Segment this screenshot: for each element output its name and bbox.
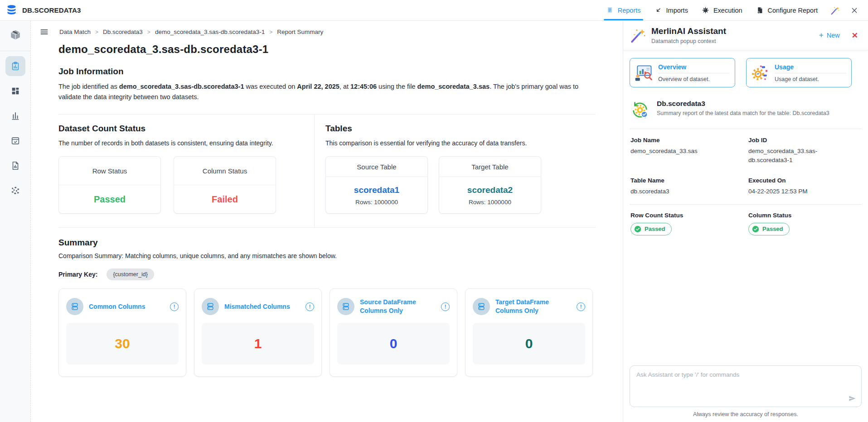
left-sidebar: [0, 21, 31, 422]
column-status-value: Failed: [174, 185, 276, 214]
nav-reports[interactable]: Reports: [599, 0, 648, 20]
new-chat-button[interactable]: + New: [819, 31, 840, 40]
nav-configure-report[interactable]: Configure Report: [749, 0, 824, 20]
breadcrumb: Data Match > Db.scoredata3 > demo_scored…: [59, 29, 323, 35]
context-title: Db.scoredata3: [657, 100, 829, 108]
source-table-name[interactable]: scoredata1: [354, 185, 399, 195]
top-bar: DB.SCOREDATA3 Reports Imports Execution …: [0, 0, 868, 21]
sidebar-item-reports[interactable]: [5, 56, 25, 76]
menu-toggle-button[interactable]: [39, 27, 49, 37]
sidebar-item-documents[interactable]: [5, 156, 25, 176]
dashboard-grid-icon: [10, 86, 20, 96]
nav-reports-label: Reports: [618, 7, 641, 14]
clipboard-report-icon: [10, 61, 20, 71]
summary-heading: Summary: [58, 238, 596, 248]
page-title: demo_scoredata_3.sas-db.scoredata3-1: [58, 43, 596, 56]
source-table-rows: Rows: 1000000: [355, 199, 398, 206]
target-table-name[interactable]: scoredata2: [467, 185, 513, 195]
assistant-header: MerlinAI Assistant Datamatch popup conte…: [623, 21, 868, 50]
source-columns-only-label: Source DataFrame Columns Only: [360, 298, 436, 315]
nav-imports[interactable]: Imports: [648, 0, 695, 20]
target-table-label: Target Table: [439, 157, 541, 177]
primary-key-label: Primary Key:: [58, 271, 97, 278]
job-information-text: The job identified as demo_scoredata_3.s…: [58, 82, 596, 102]
assistant-title: MerlinAI Assistant: [651, 26, 726, 36]
info-icon[interactable]: !: [577, 302, 585, 311]
assistant-close-button[interactable]: ✕: [852, 31, 858, 40]
sidebar-divider: [0, 51, 31, 51]
breadcrumb-data-match[interactable]: Data Match: [59, 29, 91, 35]
package-icon: [10, 29, 21, 41]
assistant-input[interactable]: [630, 366, 861, 407]
context-summary: Db.scoredata3 Summary report of the late…: [630, 100, 862, 120]
sidebar-item-integrations[interactable]: [5, 181, 25, 201]
window-close-button[interactable]: [845, 0, 868, 20]
breadcrumb-db[interactable]: Db.scoredata3: [103, 29, 143, 35]
hub-cluster-icon: [10, 186, 20, 196]
sidebar-item-package[interactable]: [5, 25, 25, 45]
field-job-name: Job Name demo_scoredata_33.sas: [630, 137, 743, 165]
breadcrumb-report-summary[interactable]: Report Summary: [277, 29, 323, 35]
sidebar-item-analytics[interactable]: [5, 106, 25, 126]
source-columns-only-card: Source DataFrame Columns Only ! 0: [330, 288, 457, 377]
field-job-id: Job ID demo_scoredata_33.sas-db.scoredat…: [748, 137, 861, 165]
tables-description: This comparison is essential for verifyi…: [325, 139, 596, 147]
usage-illustration-icon: [750, 63, 770, 83]
columns-badge-icon: [66, 298, 83, 315]
top-nav: Reports Imports Execution Configure Repo…: [599, 0, 868, 20]
document-chart-icon: [10, 161, 20, 171]
breadcrumb-separator: >: [269, 29, 272, 35]
plus-icon: +: [819, 31, 824, 40]
source-table-label: Source Table: [326, 157, 427, 177]
tables-section: Tables This comparison is essential for …: [315, 115, 596, 227]
nav-imports-label: Imports: [666, 7, 688, 14]
check-circle-icon: [634, 225, 641, 233]
database-logo-icon: [5, 4, 18, 16]
mismatched-columns-card: Mismatched Columns ! 1: [194, 288, 322, 377]
dataset-count-status-description: The number of records in both datasets i…: [58, 139, 314, 147]
info-icon[interactable]: !: [441, 302, 450, 311]
assistant-quick-actions: Overview Overview of dataset. Usage Usag…: [630, 58, 862, 87]
assistant-chat-box: [630, 365, 862, 407]
sidebar-item-dashboard[interactable]: [5, 81, 25, 101]
merlin-ai-panel: MerlinAI Assistant Datamatch popup conte…: [623, 21, 868, 422]
row-status-card: Row Status Passed: [58, 156, 161, 214]
dataset-count-status-heading: Dataset Count Status: [58, 124, 314, 134]
execution-icon: [702, 6, 709, 14]
target-columns-only-card: Target DataFrame Columns Only ! 0: [465, 288, 593, 377]
info-icon[interactable]: !: [305, 302, 314, 311]
divider: [775, 73, 846, 73]
reports-icon: [606, 6, 614, 14]
info-icon[interactable]: !: [170, 302, 179, 311]
overview-action-description: Overview of dataset.: [658, 76, 729, 82]
dataset-count-status-section: Dataset Count Status The number of recor…: [58, 115, 315, 227]
column-status-label: Column Status: [174, 157, 276, 185]
divider: [630, 129, 862, 129]
summary-cards: Common Columns ! 30 Mismatched Columns !…: [58, 288, 596, 377]
send-icon[interactable]: [848, 394, 857, 403]
overview-action-card[interactable]: Overview Overview of dataset.: [630, 58, 735, 87]
columns-badge-icon: [202, 298, 219, 315]
usage-action-card[interactable]: Usage Usage of dataset.: [746, 58, 852, 87]
breadcrumb-job[interactable]: demo_scoredata_3.sas-db.scoredata3-1: [155, 29, 265, 35]
nav-configure-report-label: Configure Report: [768, 7, 818, 14]
target-table-rows: Rows: 1000000: [469, 199, 511, 206]
target-columns-only-value: 0: [473, 323, 585, 364]
main-content: Data Match > Db.scoredata3 > demo_scored…: [31, 21, 623, 422]
columns-badge-icon: [473, 298, 490, 315]
columns-badge-icon: [337, 298, 354, 315]
new-chat-label: New: [827, 32, 840, 39]
target-table-card: Target Table scoredata2 Rows: 1000000: [439, 156, 541, 214]
divider: [658, 73, 729, 73]
column-status-badge: Passed: [748, 223, 790, 235]
magic-wand-button[interactable]: [824, 0, 845, 20]
field-table-name: Table Name db.scoredata3: [630, 177, 743, 196]
mismatched-columns-value: 1: [202, 323, 314, 364]
common-columns-card: Common Columns ! 30: [58, 288, 186, 377]
sidebar-item-validation[interactable]: [5, 131, 25, 151]
nav-execution[interactable]: Execution: [695, 0, 749, 20]
overview-action-title: Overview: [658, 63, 729, 71]
row-status-label: Row Status: [59, 157, 160, 185]
usage-action-title: Usage: [775, 63, 846, 71]
magic-wand-icon: [630, 27, 646, 43]
